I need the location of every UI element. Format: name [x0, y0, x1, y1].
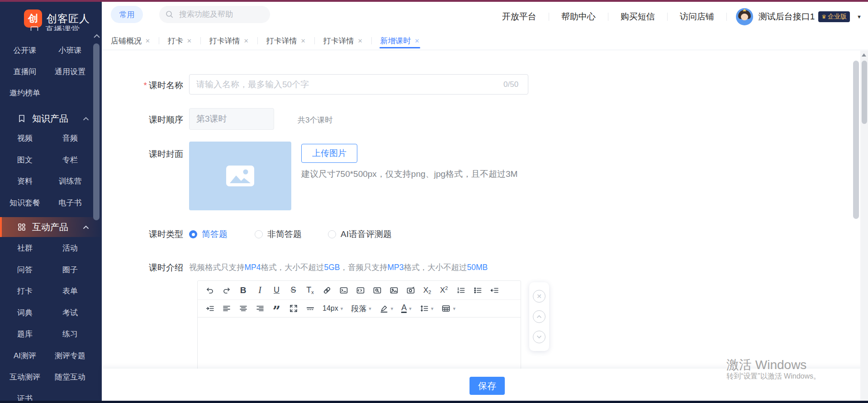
divider-button[interactable] — [302, 302, 318, 315]
lesson-name-input[interactable] — [189, 74, 528, 95]
underline-button[interactable]: U — [268, 284, 285, 297]
save-button[interactable]: 保存 — [470, 377, 505, 395]
sidebar-item-invite-ranking[interactable]: 邀约榜单 — [2, 88, 47, 98]
avatar[interactable] — [736, 8, 753, 25]
sidebar-item-checkin[interactable]: 打卡 — [2, 286, 47, 296]
close-icon[interactable]: ✕ — [244, 38, 249, 44]
sidebar-item-knowledge-package[interactable]: 知识套餐 — [2, 198, 47, 208]
sidebar-item-ebook[interactable]: 电子书 — [47, 198, 93, 208]
sidebar-item-dictionary[interactable]: 词典 — [2, 308, 47, 318]
sidebar-item-in-class-interaction[interactable]: 随堂互动 — [47, 372, 93, 382]
sidebar-item-qa[interactable]: 问答 — [2, 265, 47, 275]
radio-label-ai-voice[interactable]: AI语音评测题 — [341, 228, 392, 240]
search-input[interactable] — [178, 9, 261, 19]
scrollbar-up-arrow[interactable] — [862, 53, 866, 57]
sidebar-item-general-settings[interactable]: 通用设置 — [47, 67, 93, 77]
sidebar-item-live-room[interactable]: 直播间 — [2, 67, 47, 77]
sidebar-scroll-up-icon[interactable] — [93, 33, 100, 39]
radio-unselected-icon[interactable] — [328, 230, 336, 238]
subscript-button[interactable]: X2 — [419, 284, 436, 297]
sidebar-item-small-class[interactable]: 小班课 — [47, 46, 93, 56]
close-icon[interactable]: ✕ — [358, 38, 363, 44]
sidebar-item-activity[interactable]: 活动 — [47, 243, 93, 253]
font-color-dropdown[interactable]: A▾ — [397, 302, 416, 315]
sidebar-item-practice[interactable]: 练习 — [47, 329, 93, 339]
sidebar-item-ai-assessment[interactable]: AI测评 — [2, 351, 47, 361]
sidebar-item-assessment-topic[interactable]: 测评专题 — [47, 351, 93, 361]
align-left-button[interactable] — [218, 302, 235, 315]
sidebar-section-interactive[interactable]: 互动产品 — [0, 217, 102, 237]
find-replace-button[interactable] — [369, 284, 385, 297]
sidebar-item-form[interactable]: 表单 — [47, 286, 93, 296]
sidebar-item-question-bank[interactable]: 题库 — [2, 329, 47, 339]
sidebar-item-column[interactable]: 专栏 — [47, 155, 93, 165]
user-menu-caret-icon[interactable]: ▼ — [857, 14, 862, 19]
search-box[interactable] — [159, 6, 270, 23]
link-button[interactable] — [318, 284, 335, 297]
sidebar-item-circle[interactable]: 圈子 — [47, 265, 93, 275]
browser-scrollbar[interactable] — [860, 51, 868, 401]
align-center-button[interactable] — [235, 302, 251, 315]
tab-checkin[interactable]: 打卡 ✕ — [168, 32, 192, 50]
sidebar-section-knowledge[interactable]: 知识产品 — [0, 109, 102, 128]
header-link-visit-shop[interactable]: 访问店铺 — [668, 11, 726, 23]
indent-button[interactable] — [201, 302, 218, 315]
tab-shop-overview[interactable]: 店铺概况 ✕ — [111, 32, 150, 50]
close-icon[interactable]: ✕ — [415, 38, 420, 44]
sidebar-item-exam[interactable]: 考试 — [47, 308, 93, 318]
close-icon[interactable]: ✕ — [145, 38, 150, 44]
header-link-help-center[interactable]: 帮助中心 — [549, 11, 608, 23]
close-icon[interactable]: ✕ — [187, 38, 192, 44]
ordered-list-button[interactable] — [452, 284, 469, 297]
font-size-dropdown[interactable]: 14px▾ — [318, 302, 347, 315]
header-link-open-platform[interactable]: 开放平台 — [490, 11, 549, 23]
sidebar-item-article[interactable]: 图文 — [2, 155, 47, 165]
sidebar-scrollbar-thumb[interactable] — [93, 43, 100, 220]
upload-image-button[interactable]: 上传图片 — [301, 144, 357, 163]
bullet-list-button[interactable] — [469, 284, 486, 297]
scrollbar-thumb[interactable] — [862, 61, 867, 124]
radio-label-non-short-answer[interactable]: 非简答题 — [267, 228, 302, 240]
insert-image-button[interactable] — [385, 284, 402, 297]
align-right-button[interactable] — [251, 302, 268, 315]
superscript-button[interactable]: X2 — [436, 284, 452, 297]
redo-button[interactable] — [218, 284, 235, 297]
content-scrollbar-thumb[interactable] — [853, 61, 859, 219]
sidebar-item-audio[interactable]: 音频 — [47, 133, 93, 143]
sidebar-item-video[interactable]: 视频 — [2, 133, 47, 143]
sidebar-item-interactive-assessment[interactable]: 互动测评 — [2, 372, 47, 382]
sidebar-item-public-course[interactable]: 公开课 — [2, 46, 47, 56]
cover-placeholder[interactable] — [189, 142, 291, 210]
tab-new-lesson[interactable]: 新增课时 ✕ — [380, 32, 420, 50]
highlight-color-dropdown[interactable]: ▾ — [375, 302, 398, 315]
tab-checkin-detail-2[interactable]: 打卡详情 ✕ — [266, 32, 306, 50]
close-icon[interactable]: ✕ — [301, 38, 306, 44]
sidebar-item-clipped[interactable]: 直播课堂 — [0, 24, 93, 31]
italic-button[interactable]: I — [251, 284, 268, 297]
quick-access-button[interactable]: 常用 — [111, 6, 143, 23]
clear-format-button[interactable]: Tx — [302, 284, 318, 297]
sidebar-item-community[interactable]: 社群 — [2, 243, 47, 253]
move-down-button[interactable] — [533, 331, 545, 343]
paragraph-dropdown[interactable]: 段落▾ — [347, 302, 375, 315]
radio-label-short-answer[interactable]: 简答题 — [202, 228, 228, 240]
delete-block-button[interactable]: ✕ — [533, 290, 545, 303]
tab-checkin-detail-3[interactable]: 打卡详情 ✕ — [323, 32, 363, 50]
strikethrough-button[interactable]: S — [285, 284, 302, 297]
sidebar-item-training-camp[interactable]: 训练营 — [47, 176, 93, 186]
bold-button[interactable]: B — [235, 284, 251, 297]
line-height-dropdown[interactable]: ▾ — [416, 302, 438, 315]
table-dropdown[interactable]: ▾ — [437, 302, 460, 315]
header-link-buy-sms[interactable]: 购买短信 — [608, 11, 667, 23]
tab-checkin-detail-1[interactable]: 打卡详情 ✕ — [209, 32, 249, 50]
undo-button[interactable] — [201, 284, 218, 297]
code-block-button[interactable] — [352, 284, 369, 297]
insert-video-button[interactable] — [402, 284, 419, 297]
sidebar-item-material[interactable]: 资料 — [2, 176, 47, 186]
outdent-button[interactable] — [486, 284, 503, 297]
radio-unselected-icon[interactable] — [255, 230, 263, 238]
user-name[interactable]: 测试后台接口1 — [759, 11, 815, 23]
radio-selected-icon[interactable] — [189, 230, 197, 238]
move-up-button[interactable] — [533, 310, 545, 323]
fullscreen-button[interactable] — [285, 302, 302, 315]
